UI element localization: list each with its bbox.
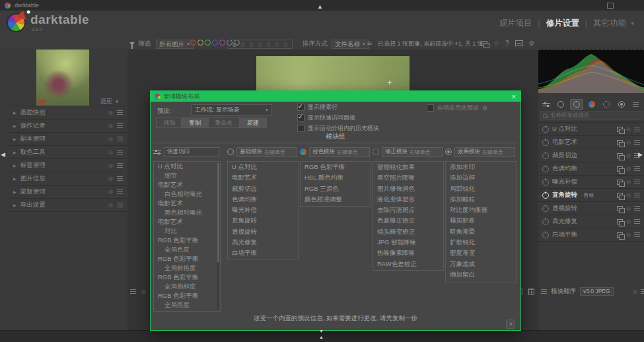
module-list-item[interactable]: 色调均衡 [228, 194, 298, 205]
close-icon[interactable]: × [512, 93, 516, 100]
multi-instance-icon[interactable] [617, 206, 623, 211]
reject-circle-icon[interactable]: ⊘ [232, 41, 237, 48]
star-icon[interactable]: ☆ [248, 41, 254, 48]
reset-icon[interactable]: ◎ [626, 126, 631, 132]
rename-preset-button[interactable]: 重命名 [206, 118, 242, 128]
module-list-item[interactable]: 镜头畸变矫正 [373, 226, 443, 237]
multi-instance-icon[interactable] [617, 193, 623, 198]
color-label-icon[interactable] [190, 40, 196, 46]
module-list-item[interactable]: 色差修正矫正 [373, 215, 443, 226]
module-list-item[interactable]: 增加留白 [446, 269, 516, 280]
module-order-preset[interactable]: v3.0 JPEG [580, 287, 614, 296]
group-name-input[interactable]: 基础模块 右键单击 [236, 147, 297, 157]
presets-menu-icon[interactable] [117, 110, 123, 115]
module-list-item[interactable]: 万象混成 [446, 259, 516, 269]
left-panel-section[interactable]: ▶ 标签管理 ◎ [8, 158, 127, 172]
layout-option[interactable]: 显示搜索行 [297, 104, 379, 111]
multi-instance-icon[interactable] [617, 232, 623, 238]
reset-icon[interactable]: ◎ [633, 289, 637, 294]
quick-access-item[interactable]: RGB 色彩平衡 全局饱和度 [154, 273, 220, 291]
power-icon[interactable] [542, 232, 549, 238]
collection-scope-dropdown[interactable]: 所有图片 ▼ [156, 40, 194, 49]
reset-icon[interactable]: ◎ [108, 149, 113, 155]
module-list-item[interactable]: 扩散锐化 [446, 237, 516, 248]
module-list-item[interactable]: 智能锐化效果 [373, 162, 443, 172]
module-list-item[interactable]: 密度渐变 [446, 248, 516, 258]
presets-menu-icon[interactable] [634, 219, 640, 224]
new-preset-button[interactable]: 新建 [239, 118, 267, 128]
checkbox-icon[interactable] [297, 104, 304, 111]
basic-group-tab[interactable] [570, 99, 583, 110]
presets-menu-icon[interactable] [634, 232, 640, 237]
quick-access-name-input[interactable]: 快速访问 [164, 147, 219, 157]
sort-direction-icon[interactable]: ≡↓ [367, 40, 373, 47]
window-maximize-button[interactable] [607, 3, 614, 9]
view-lighttable[interactable]: 观片项目 [499, 18, 532, 29]
multi-instance-icon[interactable] [617, 219, 623, 224]
power-icon[interactable] [542, 219, 549, 225]
power-icon[interactable] [542, 126, 549, 133]
quick-access-item[interactable]: RGB 色彩平衡 全局亮度 [154, 291, 220, 310]
multi-instance-icon[interactable] [617, 140, 623, 145]
presets-menu-icon[interactable] [634, 206, 640, 211]
layout-option[interactable]: 显示活动分组内的历史模块 [297, 125, 379, 132]
module-list-item[interactable]: 对比度均衡器 [446, 205, 516, 215]
module-row[interactable]: 裁剪切边 ◎ [538, 149, 644, 162]
module-list-item[interactable]: 星空照片降噪 [373, 172, 443, 183]
rawoverexposure-grid-icon[interactable] [528, 289, 534, 295]
preferences-gear-icon[interactable]: ⚙ [529, 40, 535, 47]
module-list-item[interactable]: 电影艺术 [228, 172, 298, 183]
module-row[interactable]: 直角旋转 自动 ◎ [538, 188, 644, 201]
module-list-item[interactable]: 透视旋转 [228, 226, 298, 237]
dashed-circle-icon[interactable] [373, 149, 379, 155]
star-icon[interactable]: ☆ [283, 41, 289, 48]
module-list-item[interactable]: RAW色差校正 [373, 259, 443, 269]
module-list-item[interactable]: 热噪像素降噪 [373, 248, 443, 258]
reset-icon[interactable]: ◎ [108, 162, 113, 168]
color-label-icon[interactable] [212, 40, 218, 46]
reset-icon[interactable]: ◎ [626, 153, 631, 158]
star-icon[interactable]: ☆ [274, 41, 280, 48]
module-row[interactable]: 透视旋转 ◎ [538, 201, 644, 215]
reset-icon[interactable]: ◎ [108, 110, 113, 116]
navigation-thumbnail[interactable] [36, 50, 89, 106]
help-button[interactable]: ? [506, 320, 515, 329]
reset-icon[interactable]: ◎ [626, 232, 631, 238]
module-row[interactable]: 高光修复 ◎ [538, 215, 644, 228]
color-label-icon[interactable] [219, 40, 225, 46]
softproof-icon[interactable]: ◎ [141, 289, 146, 294]
collapse-right-panel-arrow[interactable]: ▶ [638, 151, 643, 158]
filter-funnel-icon[interactable] [129, 42, 135, 46]
overlays-icon[interactable] [482, 41, 487, 46]
module-list-item[interactable]: 直角旋转 [228, 215, 298, 226]
module-list-item[interactable]: JPG 智能降噪 [373, 237, 443, 248]
module-list-item[interactable]: RGB 三原色 [301, 184, 371, 194]
module-list-item[interactable]: 液化变体塑形 [373, 194, 443, 205]
reset-icon[interactable]: ◎ [626, 139, 631, 145]
quick-access-item[interactable]: U 点对比 细节 [154, 162, 220, 180]
chevron-down-icon[interactable]: ▼ [630, 21, 635, 26]
power-icon[interactable] [542, 205, 549, 212]
module-list-item[interactable]: RGB 色彩平衡 [301, 162, 371, 172]
left-panel-section[interactable]: ▶ 蒙版管理 ◎ [8, 185, 127, 198]
rating-filter[interactable]: ⊘ ☆☆☆☆☆☆ [228, 40, 293, 49]
module-row[interactable]: U 点对比 ◎ [538, 122, 644, 135]
presets-menu-icon[interactable] [117, 203, 123, 207]
remove-preset-button[interactable]: 移除 [156, 118, 184, 128]
left-panel-section[interactable]: ▶ 取色工具 ◎ [8, 145, 127, 158]
presets-menu-icon[interactable] [641, 289, 644, 294]
reset-icon[interactable]: ◎ [108, 123, 113, 129]
quick-access-item[interactable]: 电影艺术 黑色相对曝光 [154, 199, 220, 217]
quick-access-item[interactable]: RGB 色彩平衡 全局鲜艳度 [154, 254, 220, 273]
star-icon[interactable]: ☆ [266, 41, 271, 48]
presets-menu-icon[interactable] [117, 176, 123, 181]
module-list-item[interactable]: 去除污渍斑点 [373, 205, 443, 215]
multi-instance-icon[interactable] [617, 153, 623, 158]
reset-icon[interactable]: ◎ [108, 176, 113, 182]
module-list-item[interactable]: HSL 颜色均衡 [301, 172, 371, 183]
reset-icon[interactable]: ◎ [626, 192, 631, 198]
module-list-item[interactable]: 模拟胶卷 [446, 215, 516, 226]
multi-instance-icon[interactable] [617, 127, 623, 132]
auto-apply-option[interactable]: 自动应用此预设 ⚙ [427, 104, 487, 112]
quick-access-item[interactable]: 电影艺术 白色相对曝光 [154, 180, 220, 199]
